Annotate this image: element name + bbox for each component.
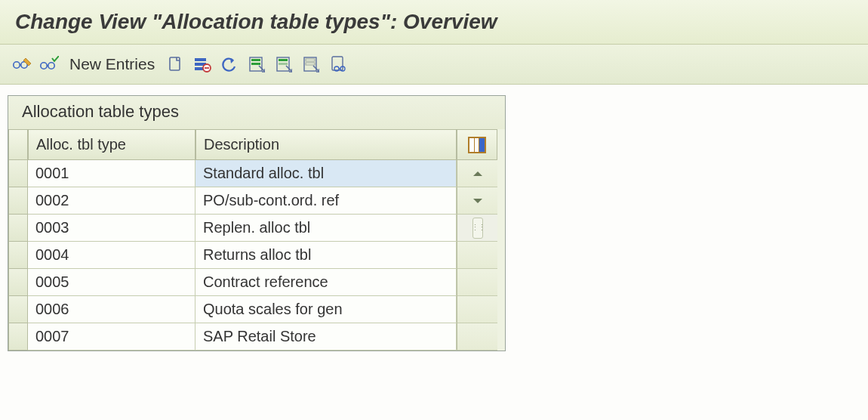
cell-alloc-type[interactable]: 0006	[28, 296, 195, 323]
chevron-down-icon	[472, 197, 483, 205]
scroll-track	[457, 323, 497, 351]
undo-icon	[221, 56, 238, 73]
scroll-track	[457, 296, 497, 323]
svg-rect-4	[170, 57, 180, 70]
cell-description[interactable]: PO/sub-cont.ord. ref	[195, 187, 457, 215]
panel-title: Allocation table types	[8, 96, 505, 129]
select-all-icon	[248, 56, 265, 73]
row-selector[interactable]	[8, 269, 28, 296]
svg-rect-5	[195, 58, 206, 61]
cell-description[interactable]: Returns alloc tbl	[195, 242, 457, 269]
delete-button[interactable]	[191, 53, 214, 76]
svg-rect-17	[306, 59, 315, 61]
row-selector[interactable]	[8, 215, 28, 242]
column-header-description[interactable]: Description	[195, 129, 457, 160]
deselect-all-icon	[303, 56, 319, 73]
undo-button[interactable]	[218, 53, 241, 76]
configuration-help-button[interactable]	[327, 53, 349, 76]
cell-alloc-type[interactable]: 0001	[28, 160, 195, 187]
allocation-table-types-panel: Allocation table types Alloc. tbl type D…	[8, 95, 506, 351]
row-selector[interactable]	[8, 296, 28, 323]
select-all-button[interactable]	[245, 53, 268, 76]
cell-description[interactable]: Quota scales for gen	[195, 296, 457, 323]
scroll-down-button[interactable]	[457, 187, 497, 215]
glasses-pencil-icon	[12, 56, 32, 73]
data-grid: Alloc. tbl type Description 0001Standard…	[8, 129, 505, 351]
cell-alloc-type[interactable]: 0005	[28, 269, 195, 296]
svg-rect-11	[251, 59, 260, 61]
display-change-toggle-button[interactable]	[11, 53, 33, 76]
column-header-type[interactable]: Alloc. tbl type	[28, 129, 195, 160]
copy-icon	[167, 56, 183, 73]
svg-rect-19	[332, 57, 343, 70]
scroll-thumb[interactable]: ⋮⋮	[457, 215, 497, 242]
cell-alloc-type[interactable]: 0004	[28, 242, 195, 269]
cell-alloc-type[interactable]: 0002	[28, 187, 195, 215]
delete-row-icon	[193, 56, 211, 73]
scroll-up-button[interactable]	[457, 160, 497, 187]
drag-handle-icon: ⋮⋮	[472, 218, 483, 239]
row-selector[interactable]	[8, 323, 28, 351]
svg-rect-18	[306, 63, 315, 65]
scroll-track	[457, 242, 497, 269]
application-toolbar: New Entries	[0, 45, 868, 85]
svg-rect-12	[251, 63, 260, 65]
page-glasses-icon	[330, 56, 346, 73]
deselect-all-button[interactable]	[300, 53, 322, 76]
chevron-up-icon	[472, 170, 483, 178]
row-selector[interactable]	[8, 187, 28, 215]
cell-description[interactable]: SAP Retail Store	[195, 323, 457, 351]
configure-columns-icon	[468, 137, 486, 153]
page-title: Change View "Allocation table types": Ov…	[15, 10, 497, 34]
scroll-track	[457, 269, 497, 296]
select-block-icon	[275, 56, 292, 73]
svg-point-0	[14, 62, 20, 68]
glasses-check-icon	[39, 56, 59, 73]
new-entries-button[interactable]: New Entries	[65, 54, 159, 75]
svg-rect-15	[279, 63, 288, 65]
row-selector-header[interactable]	[8, 129, 28, 160]
cell-description[interactable]: Contract reference	[195, 269, 457, 296]
cell-alloc-type[interactable]: 0003	[28, 215, 195, 242]
row-selector[interactable]	[8, 242, 28, 269]
configure-columns-button[interactable]	[457, 129, 497, 160]
copy-as-button[interactable]	[164, 53, 186, 76]
cell-description[interactable]: Replen. alloc tbl	[195, 215, 457, 242]
new-entries-label: New Entries	[69, 55, 155, 73]
svg-point-2	[41, 63, 47, 69]
cell-alloc-type[interactable]: 0007	[28, 323, 195, 351]
sap-window: Change View "Allocation table types": Ov…	[0, 0, 868, 420]
svg-rect-14	[279, 59, 288, 61]
row-selector[interactable]	[8, 160, 28, 187]
cell-description[interactable]: Standard alloc. tbl	[195, 160, 457, 187]
select-block-button[interactable]	[272, 53, 295, 76]
title-bar: Change View "Allocation table types": Ov…	[0, 0, 868, 45]
other-entry-button[interactable]	[38, 53, 60, 76]
content-area: Allocation table types Alloc. tbl type D…	[0, 85, 868, 362]
svg-point-3	[48, 63, 54, 69]
